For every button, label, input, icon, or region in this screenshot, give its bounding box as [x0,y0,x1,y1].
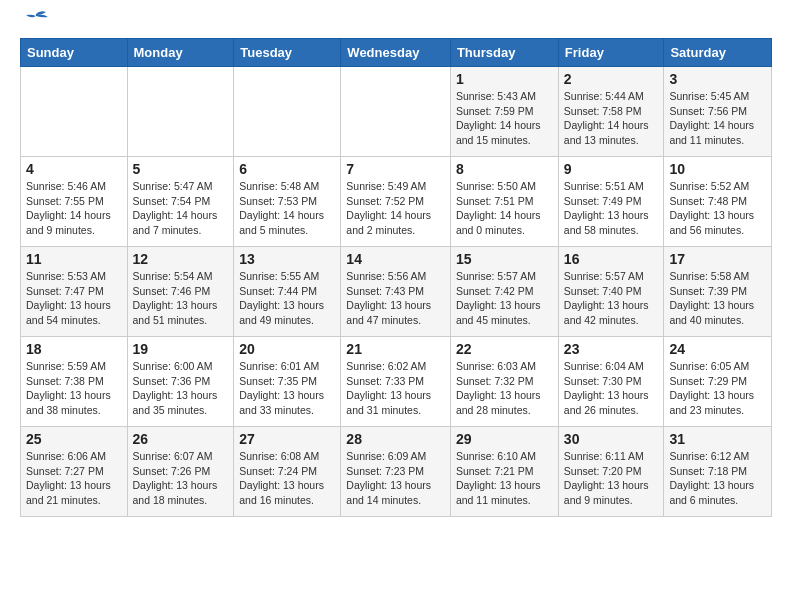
calendar-cell: 25Sunrise: 6:06 AM Sunset: 7:27 PM Dayli… [21,427,128,517]
calendar-cell: 30Sunrise: 6:11 AM Sunset: 7:20 PM Dayli… [558,427,664,517]
day-number: 13 [239,251,335,267]
day-number: 10 [669,161,766,177]
day-number: 5 [133,161,229,177]
day-number: 19 [133,341,229,357]
day-info: Sunrise: 5:55 AM Sunset: 7:44 PM Dayligh… [239,269,335,328]
calendar-cell: 6Sunrise: 5:48 AM Sunset: 7:53 PM Daylig… [234,157,341,247]
day-number: 11 [26,251,122,267]
day-number: 3 [669,71,766,87]
calendar-cell: 13Sunrise: 5:55 AM Sunset: 7:44 PM Dayli… [234,247,341,337]
calendar-cell: 3Sunrise: 5:45 AM Sunset: 7:56 PM Daylig… [664,67,772,157]
day-number: 4 [26,161,122,177]
day-info: Sunrise: 5:44 AM Sunset: 7:58 PM Dayligh… [564,89,659,148]
day-info: Sunrise: 5:59 AM Sunset: 7:38 PM Dayligh… [26,359,122,418]
day-info: Sunrise: 6:12 AM Sunset: 7:18 PM Dayligh… [669,449,766,508]
day-number: 12 [133,251,229,267]
day-info: Sunrise: 5:57 AM Sunset: 7:40 PM Dayligh… [564,269,659,328]
day-number: 23 [564,341,659,357]
calendar-cell: 27Sunrise: 6:08 AM Sunset: 7:24 PM Dayli… [234,427,341,517]
calendar-cell: 2Sunrise: 5:44 AM Sunset: 7:58 PM Daylig… [558,67,664,157]
day-number: 7 [346,161,445,177]
calendar-week-row: 11Sunrise: 5:53 AM Sunset: 7:47 PM Dayli… [21,247,772,337]
day-info: Sunrise: 6:08 AM Sunset: 7:24 PM Dayligh… [239,449,335,508]
column-header-monday: Monday [127,39,234,67]
column-header-thursday: Thursday [450,39,558,67]
day-number: 29 [456,431,553,447]
calendar-cell: 4Sunrise: 5:46 AM Sunset: 7:55 PM Daylig… [21,157,128,247]
day-info: Sunrise: 6:03 AM Sunset: 7:32 PM Dayligh… [456,359,553,418]
column-header-tuesday: Tuesday [234,39,341,67]
calendar-table: SundayMondayTuesdayWednesdayThursdayFrid… [20,38,772,517]
calendar-cell [341,67,451,157]
calendar-cell: 15Sunrise: 5:57 AM Sunset: 7:42 PM Dayli… [450,247,558,337]
calendar-cell: 28Sunrise: 6:09 AM Sunset: 7:23 PM Dayli… [341,427,451,517]
day-number: 25 [26,431,122,447]
day-info: Sunrise: 5:43 AM Sunset: 7:59 PM Dayligh… [456,89,553,148]
day-info: Sunrise: 6:05 AM Sunset: 7:29 PM Dayligh… [669,359,766,418]
day-info: Sunrise: 6:09 AM Sunset: 7:23 PM Dayligh… [346,449,445,508]
calendar-week-row: 4Sunrise: 5:46 AM Sunset: 7:55 PM Daylig… [21,157,772,247]
day-number: 20 [239,341,335,357]
calendar-cell: 17Sunrise: 5:58 AM Sunset: 7:39 PM Dayli… [664,247,772,337]
day-number: 27 [239,431,335,447]
calendar-cell: 8Sunrise: 5:50 AM Sunset: 7:51 PM Daylig… [450,157,558,247]
calendar-cell: 11Sunrise: 5:53 AM Sunset: 7:47 PM Dayli… [21,247,128,337]
calendar-cell: 29Sunrise: 6:10 AM Sunset: 7:21 PM Dayli… [450,427,558,517]
calendar-cell [127,67,234,157]
day-number: 15 [456,251,553,267]
day-info: Sunrise: 5:47 AM Sunset: 7:54 PM Dayligh… [133,179,229,238]
day-info: Sunrise: 6:07 AM Sunset: 7:26 PM Dayligh… [133,449,229,508]
day-info: Sunrise: 6:01 AM Sunset: 7:35 PM Dayligh… [239,359,335,418]
logo-bird-icon [22,10,50,30]
column-header-saturday: Saturday [664,39,772,67]
day-info: Sunrise: 5:57 AM Sunset: 7:42 PM Dayligh… [456,269,553,328]
day-info: Sunrise: 5:56 AM Sunset: 7:43 PM Dayligh… [346,269,445,328]
day-number: 21 [346,341,445,357]
calendar-cell: 21Sunrise: 6:02 AM Sunset: 7:33 PM Dayli… [341,337,451,427]
calendar-header-row: SundayMondayTuesdayWednesdayThursdayFrid… [21,39,772,67]
calendar-cell: 18Sunrise: 5:59 AM Sunset: 7:38 PM Dayli… [21,337,128,427]
day-info: Sunrise: 5:48 AM Sunset: 7:53 PM Dayligh… [239,179,335,238]
calendar-cell: 22Sunrise: 6:03 AM Sunset: 7:32 PM Dayli… [450,337,558,427]
day-info: Sunrise: 5:46 AM Sunset: 7:55 PM Dayligh… [26,179,122,238]
calendar-cell: 23Sunrise: 6:04 AM Sunset: 7:30 PM Dayli… [558,337,664,427]
column-header-friday: Friday [558,39,664,67]
day-number: 16 [564,251,659,267]
logo [20,16,50,26]
day-info: Sunrise: 5:53 AM Sunset: 7:47 PM Dayligh… [26,269,122,328]
calendar-cell: 1Sunrise: 5:43 AM Sunset: 7:59 PM Daylig… [450,67,558,157]
calendar-cell: 20Sunrise: 6:01 AM Sunset: 7:35 PM Dayli… [234,337,341,427]
day-number: 8 [456,161,553,177]
day-number: 26 [133,431,229,447]
column-header-sunday: Sunday [21,39,128,67]
calendar-week-row: 1Sunrise: 5:43 AM Sunset: 7:59 PM Daylig… [21,67,772,157]
day-info: Sunrise: 5:50 AM Sunset: 7:51 PM Dayligh… [456,179,553,238]
day-number: 30 [564,431,659,447]
calendar-cell [21,67,128,157]
day-number: 14 [346,251,445,267]
day-info: Sunrise: 5:49 AM Sunset: 7:52 PM Dayligh… [346,179,445,238]
day-info: Sunrise: 6:04 AM Sunset: 7:30 PM Dayligh… [564,359,659,418]
calendar-cell: 10Sunrise: 5:52 AM Sunset: 7:48 PM Dayli… [664,157,772,247]
calendar-cell: 5Sunrise: 5:47 AM Sunset: 7:54 PM Daylig… [127,157,234,247]
day-number: 17 [669,251,766,267]
calendar-cell: 19Sunrise: 6:00 AM Sunset: 7:36 PM Dayli… [127,337,234,427]
day-info: Sunrise: 5:54 AM Sunset: 7:46 PM Dayligh… [133,269,229,328]
calendar-cell: 9Sunrise: 5:51 AM Sunset: 7:49 PM Daylig… [558,157,664,247]
calendar-cell: 12Sunrise: 5:54 AM Sunset: 7:46 PM Dayli… [127,247,234,337]
calendar-cell: 16Sunrise: 5:57 AM Sunset: 7:40 PM Dayli… [558,247,664,337]
calendar-cell: 24Sunrise: 6:05 AM Sunset: 7:29 PM Dayli… [664,337,772,427]
day-number: 2 [564,71,659,87]
day-number: 6 [239,161,335,177]
day-info: Sunrise: 6:10 AM Sunset: 7:21 PM Dayligh… [456,449,553,508]
day-number: 18 [26,341,122,357]
day-info: Sunrise: 6:11 AM Sunset: 7:20 PM Dayligh… [564,449,659,508]
day-number: 31 [669,431,766,447]
calendar-cell: 26Sunrise: 6:07 AM Sunset: 7:26 PM Dayli… [127,427,234,517]
day-number: 9 [564,161,659,177]
calendar-cell: 7Sunrise: 5:49 AM Sunset: 7:52 PM Daylig… [341,157,451,247]
day-number: 22 [456,341,553,357]
day-number: 1 [456,71,553,87]
calendar-cell: 14Sunrise: 5:56 AM Sunset: 7:43 PM Dayli… [341,247,451,337]
calendar-week-row: 25Sunrise: 6:06 AM Sunset: 7:27 PM Dayli… [21,427,772,517]
